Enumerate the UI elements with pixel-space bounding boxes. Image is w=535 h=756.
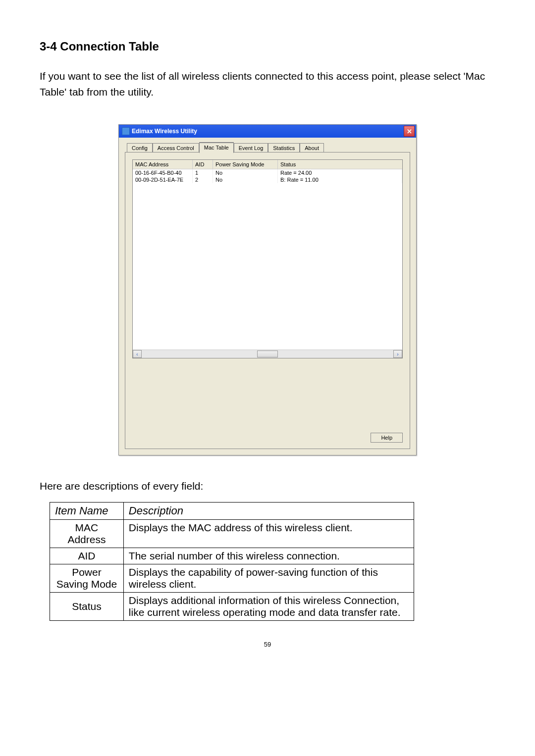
col-header-aid[interactable]: AID [193, 160, 213, 169]
desc-row: Power Saving Mode Displays the capabilit… [50, 564, 414, 593]
title-bar: Edimax Wireless Utility ✕ [119, 125, 416, 138]
desc-item: AID [50, 548, 124, 564]
app-icon [122, 127, 130, 135]
desc-row: AID The serial number of this wireless c… [50, 548, 414, 564]
desc-text: Displays the capability of power-saving … [123, 564, 414, 593]
cell-status: Rate = 24.00 [278, 169, 402, 176]
tab-panel: MAC Address AID Power Saving Mode Status… [125, 152, 410, 449]
tab-about[interactable]: About [300, 143, 324, 152]
desc-item: Status [50, 593, 124, 621]
desc-header-item: Item Name [50, 503, 124, 520]
desc-text: The serial number of this wireless conne… [123, 548, 414, 564]
cell-mac: 00-09-2D-51-EA-7E [133, 176, 193, 183]
desc-text: Displays additional information of this … [123, 593, 414, 621]
tab-statistics[interactable]: Statistics [268, 143, 300, 152]
desc-item: MAC Address [50, 520, 124, 548]
scroll-right-icon[interactable]: › [393, 350, 402, 358]
table-row[interactable]: 00-16-6F-45-B0-40 1 No Rate = 24.00 [133, 169, 402, 176]
desc-row: Status Displays additional information o… [50, 593, 414, 621]
descriptions-intro: Here are descriptions of every field: [40, 480, 495, 492]
section-heading: 3-4 Connection Table [40, 40, 495, 53]
col-header-mac[interactable]: MAC Address [133, 160, 193, 169]
mac-table-header: MAC Address AID Power Saving Mode Status [133, 160, 402, 169]
cell-psm: No [213, 176, 278, 183]
col-header-psm[interactable]: Power Saving Mode [213, 160, 278, 169]
section-intro: If you want to see the list of all wirel… [40, 68, 495, 100]
close-button[interactable]: ✕ [404, 126, 415, 137]
desc-item: Power Saving Mode [50, 564, 124, 593]
tab-event-log[interactable]: Event Log [234, 143, 268, 152]
tab-mac-table[interactable]: Mac Table [199, 142, 234, 153]
app-title: Edimax Wireless Utility [132, 128, 404, 135]
window-body: Config Access Control Mac Table Event Lo… [119, 138, 416, 455]
cell-aid: 2 [193, 176, 213, 183]
cell-mac: 00-16-6F-45-B0-40 [133, 169, 193, 176]
help-button[interactable]: Help [371, 433, 403, 443]
page-number: 59 [40, 641, 495, 648]
desc-text: Displays the MAC address of this wireles… [123, 520, 414, 548]
app-window: Edimax Wireless Utility ✕ Config Access … [118, 124, 417, 455]
tab-config[interactable]: Config [127, 143, 153, 152]
cell-psm: No [213, 169, 278, 176]
cell-status: B: Rate = 11.00 [278, 176, 402, 183]
scroll-thumb[interactable] [257, 351, 278, 357]
table-row[interactable]: 00-09-2D-51-EA-7E 2 No B: Rate = 11.00 [133, 176, 402, 183]
tab-access-control[interactable]: Access Control [153, 143, 199, 152]
desc-header-desc: Description [123, 503, 414, 520]
scroll-left-icon[interactable]: ‹ [133, 350, 142, 358]
col-header-status[interactable]: Status [278, 160, 402, 169]
horizontal-scrollbar[interactable]: ‹ › [133, 350, 402, 358]
mac-table: MAC Address AID Power Saving Mode Status… [132, 159, 403, 358]
tab-strip: Config Access Control Mac Table Event Lo… [125, 143, 410, 152]
desc-row: MAC Address Displays the MAC address of … [50, 520, 414, 548]
field-description-table: Item Name Description MAC Address Displa… [50, 502, 414, 621]
cell-aid: 1 [193, 169, 213, 176]
mac-table-body: 00-16-6F-45-B0-40 1 No Rate = 24.00 00-0… [133, 169, 402, 350]
